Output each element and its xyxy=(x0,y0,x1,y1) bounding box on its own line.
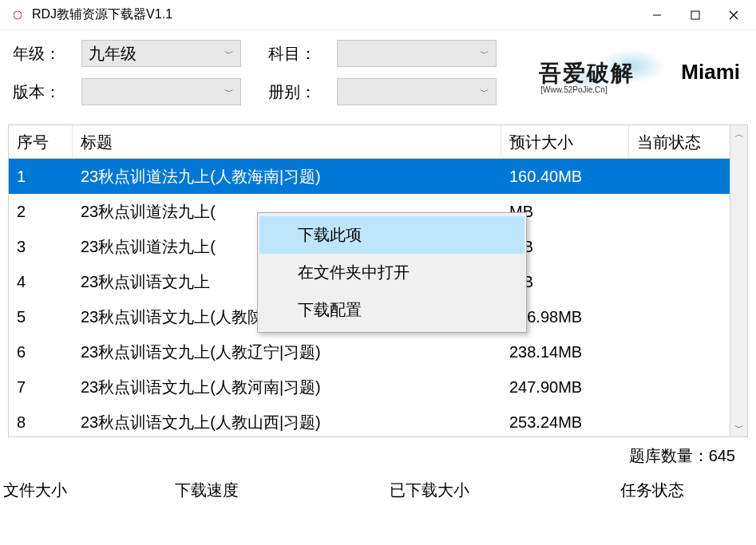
cell-title: 23秋点训道法九上(人教海南|习题) xyxy=(73,161,501,192)
grade-combo[interactable]: 九年级 ﹀ xyxy=(81,40,241,67)
scroll-up-icon[interactable]: ︿ xyxy=(730,125,747,143)
logo-side-text: Miami xyxy=(681,60,740,85)
table-row[interactable]: 823秋点训语文九上(人教山西|习题)253.24MB xyxy=(9,405,747,436)
status-downloaded: 已下载大小 xyxy=(344,473,516,509)
vertical-scrollbar[interactable]: ︿ ﹀ xyxy=(730,125,747,436)
cell-seq: 1 xyxy=(9,163,73,191)
logo-area: 吾爱破解 [Www.52PoJie.Cn] Miami xyxy=(531,44,740,100)
close-button[interactable] xyxy=(714,1,753,30)
logo-sub-text: [Www.52PoJie.Cn] xyxy=(540,85,607,94)
cell-title: 23秋点训语文九上(人教辽宁|习题) xyxy=(73,337,501,368)
close-icon xyxy=(728,10,739,21)
record-counter: 题库数量：645 xyxy=(0,437,756,473)
titlebar: RDJ教辅资源下载器V1.1 xyxy=(0,0,756,30)
cell-size: 238.14MB xyxy=(501,338,629,366)
chevron-down-icon: ﹀ xyxy=(480,85,489,99)
header-seq[interactable]: 序号 xyxy=(9,125,73,158)
logo-main-text: 吾爱破解 xyxy=(539,58,635,89)
menu-item[interactable]: 下载配置 xyxy=(259,291,524,329)
cell-seq: 4 xyxy=(9,268,73,296)
table-row[interactable]: 723秋点训语文九上(人教河南|习题)247.90MB xyxy=(9,369,747,405)
cell-seq: 3 xyxy=(9,233,73,261)
volume-combo[interactable]: ﹀ xyxy=(337,78,497,105)
scroll-down-icon[interactable]: ﹀ xyxy=(730,419,747,436)
header-title[interactable]: 标题 xyxy=(73,125,501,158)
grade-value: 九年级 xyxy=(89,43,224,65)
counter-label: 题库数量： xyxy=(629,447,709,464)
chevron-down-icon: ﹀ xyxy=(480,47,489,61)
version-combo[interactable]: ﹀ xyxy=(81,78,241,105)
subject-label: 科目： xyxy=(268,43,324,65)
maximize-button[interactable] xyxy=(676,1,714,30)
minimize-button[interactable] xyxy=(638,1,676,30)
status-filesize: 文件大小 xyxy=(0,473,172,509)
chevron-down-icon: ﹀ xyxy=(224,47,234,61)
toolbar: 年级： 九年级 ﹀ 科目： ﹀ 版本： ﹀ 册别： ﹀ 吾爱破解 [Www.52… xyxy=(0,30,756,120)
cell-size: 160.40MB xyxy=(501,163,629,191)
volume-label: 册别： xyxy=(268,81,324,103)
logo-image: 吾爱破解 [Www.52PoJie.Cn] xyxy=(531,44,675,100)
status-speed: 下载速度 xyxy=(172,473,343,509)
cell-seq: 6 xyxy=(9,338,73,366)
cell-title: 23秋点训语文九上(人教山西|习题) xyxy=(73,407,501,437)
svg-rect-1 xyxy=(691,11,699,19)
statusbar: 文件大小 下载速度 已下载大小 任务状态 xyxy=(0,473,756,509)
cell-seq: 5 xyxy=(9,303,73,331)
counter-value: 645 xyxy=(709,447,735,464)
window-title: RDJ教辅资源下载器V1.1 xyxy=(32,6,638,23)
table-header: 序号 标题 预计大小 当前状态 xyxy=(9,125,747,159)
cell-size: 247.90MB xyxy=(501,373,629,401)
table-row[interactable]: 623秋点训语文九上(人教辽宁|习题)238.14MB xyxy=(9,334,747,369)
table-row[interactable]: 123秋点训道法九上(人教海南|习题)160.40MB xyxy=(9,159,747,194)
minimize-icon xyxy=(652,10,662,20)
context-menu: 下载此项在文件夹中打开下载配置 xyxy=(257,212,527,333)
cell-title: 23秋点训语文九上(人教河南|习题) xyxy=(73,372,501,403)
cell-seq: 7 xyxy=(9,373,73,401)
app-icon xyxy=(10,7,26,23)
maximize-icon xyxy=(691,10,700,20)
cell-seq: 8 xyxy=(9,409,73,436)
menu-item[interactable]: 在文件夹中打开 xyxy=(259,254,524,291)
cell-seq: 2 xyxy=(9,198,73,226)
grade-label: 年级： xyxy=(13,43,69,65)
header-size[interactable]: 预计大小 xyxy=(501,125,629,158)
chevron-down-icon: ﹀ xyxy=(224,85,234,99)
status-task: 任务状态 xyxy=(516,473,756,509)
cell-size: 253.24MB xyxy=(501,409,629,436)
subject-combo[interactable]: ﹀ xyxy=(337,40,497,67)
menu-item[interactable]: 下载此项 xyxy=(259,216,524,254)
version-label: 版本： xyxy=(13,81,69,103)
window-controls xyxy=(638,1,753,30)
